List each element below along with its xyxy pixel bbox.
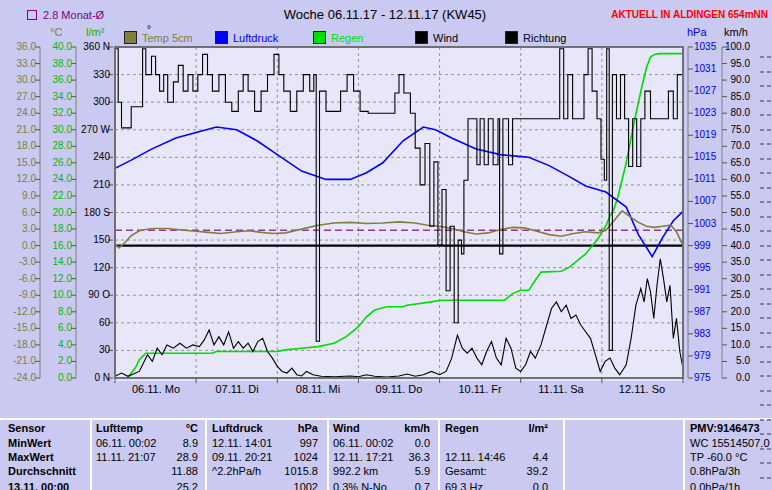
edge-dot: [760, 404, 764, 406]
table-cell: 0.8hPa/3h: [690, 465, 740, 478]
edge-dot: [760, 433, 764, 435]
table-cell: 25.2: [118, 481, 198, 490]
edge-dot: [760, 158, 764, 160]
axis-tick-label: 0.0: [2, 240, 36, 252]
edge-dot: [760, 230, 764, 232]
table-cell: PMV:9146473: [690, 422, 760, 435]
axis-tick-label: 38.0: [38, 58, 72, 70]
table-cell: 5.9: [350, 465, 430, 478]
edge-dot: [767, 230, 771, 232]
axis-tick-label: 30.0: [38, 124, 72, 136]
edge-dot: [767, 245, 771, 247]
table-separator: [563, 420, 565, 490]
axis-tick-label: 60: [70, 317, 110, 329]
axis-tick-label: 35.0: [716, 256, 750, 268]
axis-tick-label: 14.0: [38, 256, 72, 268]
edge-dot: [767, 419, 771, 421]
axis-tick-label: 360 N: [70, 41, 110, 53]
x-axis-day-label: 06.11. Mo: [115, 383, 197, 395]
axis-tick-label: 5.0: [716, 355, 750, 367]
edge-dot: [760, 56, 764, 58]
x-axis-day-label: 12.11. So: [601, 383, 683, 395]
axis-tick-label: 55.0: [716, 190, 750, 202]
axis-tick-label: 240: [70, 151, 110, 163]
axis-tick-label: 210: [70, 179, 110, 191]
table-cell: 0.7: [350, 481, 430, 490]
table-cell: hPa: [238, 422, 318, 435]
axis-tick-label: 85.0: [716, 91, 750, 103]
axis-tick-label: 28.0: [38, 140, 72, 152]
edge-dot: [760, 375, 764, 377]
axis-tick-label: -9.0: [2, 289, 36, 301]
axis-tick-label: 21.0: [2, 124, 36, 136]
axis-tick-label: 150: [70, 234, 110, 246]
axis-tick-label: 75.0: [716, 124, 750, 136]
x-axis-day-label: 07.11. Di: [196, 383, 278, 395]
axis-tick-label: 15.0: [716, 322, 750, 334]
edge-dot: [760, 71, 764, 73]
axis-tick-label: 50.0: [716, 207, 750, 219]
weather-week-chart: [0, 0, 772, 400]
edge-dot: [760, 114, 764, 116]
axis-tick-label: -6.0: [2, 273, 36, 285]
edge-dot: [760, 462, 764, 464]
edge-dot: [760, 172, 764, 174]
table-cell: 0.0: [468, 481, 548, 490]
axis-tick-label: 0.0: [38, 372, 72, 384]
axis-tick-label: 60.0: [716, 173, 750, 185]
axis-tick-label: -24.0: [2, 372, 36, 384]
axis-tick-label: 100.0: [716, 41, 750, 53]
table-cell: 1024: [238, 451, 318, 464]
axis-tick-label: 24.0: [38, 173, 72, 185]
table-cell: Durchschnitt: [8, 465, 118, 478]
table-cell: 997: [238, 437, 318, 450]
axis-tick-label: 27.0: [2, 91, 36, 103]
edge-dot: [767, 274, 771, 276]
table-separator: [683, 420, 685, 490]
table-cell: 11.88: [118, 465, 198, 478]
axis-tick-label: 2.0: [38, 355, 72, 367]
axis-tick-label: 18.0: [2, 140, 36, 152]
axis-tick-label: 270 W: [70, 124, 110, 136]
edge-dot: [767, 85, 771, 87]
table-cell: 28.9: [118, 451, 198, 464]
edge-dot: [767, 375, 771, 377]
edge-dot: [760, 448, 764, 450]
axis-tick-label: 4.0: [38, 339, 72, 351]
axis-tick-label: 16.0: [38, 240, 72, 252]
edge-dot: [767, 448, 771, 450]
table-cell: °C: [118, 422, 198, 435]
x-axis-day-label: 10.11. Fr: [439, 383, 521, 395]
x-axis-day-label: 11.11. Sa: [520, 383, 602, 395]
edge-dot: [767, 158, 771, 160]
edge-dot: [767, 433, 771, 435]
edge-dot: [760, 201, 764, 203]
axis-tick-label: 24.0: [2, 107, 36, 119]
edge-dot: [760, 419, 764, 421]
axis-tick-label: -12.0: [2, 306, 36, 318]
edge-dot: [760, 477, 764, 479]
table-cell: 4.4: [468, 451, 548, 464]
table-cell: 1002: [238, 481, 318, 490]
edge-dot: [760, 143, 764, 145]
edge-dot: [767, 129, 771, 131]
axis-tick-label: 80.0: [716, 107, 750, 119]
edge-dot: [767, 361, 771, 363]
edge-dot: [767, 462, 771, 464]
axis-tick-label: 95.0: [716, 58, 750, 70]
edge-dot: [760, 317, 764, 319]
edge-dot: [767, 288, 771, 290]
x-axis-day-label: 09.11. Do: [358, 383, 440, 395]
axis-tick-label: 65.0: [716, 157, 750, 169]
edge-dot: [767, 346, 771, 348]
axis-tick-label: -18.0: [2, 339, 36, 351]
table-cell: km/h: [350, 422, 430, 435]
table-cell: l/m²: [468, 422, 548, 435]
axis-tick-label: 10.0: [38, 289, 72, 301]
edge-dot: [767, 216, 771, 218]
edge-dot: [767, 201, 771, 203]
edge-dot: [767, 56, 771, 58]
axis-tick-label: 70.0: [716, 140, 750, 152]
table-cell: 36.3: [350, 451, 430, 464]
axis-tick-label: 34.0: [38, 91, 72, 103]
